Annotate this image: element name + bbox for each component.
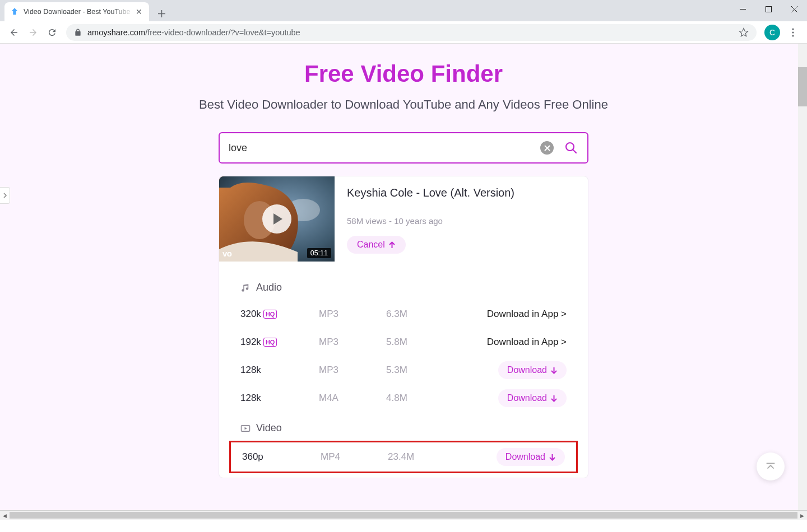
video-duration: 05:11 <box>307 248 331 258</box>
scroll-right-arrow[interactable]: ▶ <box>797 511 807 520</box>
browser-tab[interactable]: Video Downloader - Best YouTube ✕ <box>4 2 149 21</box>
format-size: 5.3M <box>386 365 498 376</box>
hq-badge: HQ <box>263 338 277 347</box>
tab-title: Video Downloader - Best YouTube <box>24 8 134 16</box>
result-card: vo 05:11 Keyshia Cole - Love (Alt. Versi… <box>219 176 588 478</box>
svg-point-3 <box>792 35 794 36</box>
hq-badge: HQ <box>263 310 277 319</box>
video-icon <box>240 423 251 433</box>
svg-point-2 <box>792 31 794 33</box>
music-note-icon <box>240 283 251 293</box>
audio-label: Audio <box>256 282 282 293</box>
forward-button[interactable] <box>24 23 43 42</box>
side-panel-toggle[interactable] <box>0 187 10 204</box>
format-size: 5.8M <box>386 337 487 348</box>
download-in-app-link[interactable]: Download in App > <box>487 337 567 347</box>
cancel-label: Cancel <box>357 240 385 250</box>
window-maximize-button[interactable] <box>755 0 781 18</box>
browser-menu-button[interactable] <box>783 23 803 42</box>
browser-toolbar: amoyshare.com/free-video-downloader/?v=l… <box>0 21 807 44</box>
window-close-button[interactable] <box>781 0 807 18</box>
play-icon[interactable] <box>262 204 291 234</box>
result-stats: 58M views - 10 years ago <box>347 216 576 226</box>
back-button[interactable] <box>4 23 24 42</box>
page-content: Free Video Finder Best Video Downloader … <box>0 44 807 520</box>
download-button[interactable]: Download <box>498 361 567 379</box>
download-in-app-link[interactable]: Download in App > <box>487 309 567 319</box>
window-minimize-button[interactable] <box>730 0 755 18</box>
vevo-badge: vo <box>222 249 232 258</box>
vertical-scrollbar-thumb[interactable] <box>798 67 807 106</box>
bookmark-star-icon[interactable] <box>739 27 749 38</box>
window-controls <box>730 0 807 18</box>
format-type: MP3 <box>319 365 386 376</box>
tab-close-button[interactable]: ✕ <box>134 7 143 16</box>
address-bar[interactable]: amoyshare.com/free-video-downloader/?v=l… <box>66 24 757 41</box>
format-size: 4.8M <box>386 393 498 404</box>
audio-format-row: 128kMP35.3MDownload <box>240 356 567 384</box>
video-thumbnail[interactable]: vo 05:11 <box>219 176 335 262</box>
result-title: Keyshia Cole - Love (Alt. Version) <box>347 186 576 199</box>
format-size: 23.4M <box>388 451 497 463</box>
format-type: MP3 <box>319 309 386 320</box>
search-input[interactable] <box>229 142 540 154</box>
scroll-left-arrow[interactable]: ◀ <box>0 511 10 520</box>
clear-search-button[interactable] <box>540 141 554 155</box>
video-format-row: 360pMP423.4MDownload <box>242 442 565 472</box>
page-title: Free Video Finder <box>0 44 807 87</box>
audio-format-row: 192kHQMP35.8MDownload in App > <box>240 328 567 356</box>
format-type: MP3 <box>319 337 386 348</box>
format-quality: 128k <box>240 365 319 376</box>
url-text: amoyshare.com/free-video-downloader/?v=l… <box>87 28 739 37</box>
video-section-header: Video <box>240 422 567 434</box>
viewport: Free Video Finder Best Video Downloader … <box>0 44 807 520</box>
reload-button[interactable] <box>43 23 62 42</box>
new-tab-button[interactable] <box>154 6 169 21</box>
svg-point-1 <box>792 28 794 30</box>
download-button[interactable]: Download <box>498 389 567 407</box>
video-label: Video <box>256 422 282 434</box>
horizontal-scrollbar[interactable]: ◀ ▶ <box>0 510 807 520</box>
search-button[interactable] <box>564 141 578 155</box>
svg-rect-0 <box>766 6 771 12</box>
vertical-scrollbar[interactable] <box>798 44 807 510</box>
audio-format-row: 128kM4A4.8MDownload <box>240 384 567 412</box>
scroll-to-top-button[interactable] <box>757 452 785 480</box>
lock-icon <box>74 29 82 36</box>
cancel-button[interactable]: Cancel <box>347 236 406 254</box>
highlighted-video-row: 360pMP423.4MDownload <box>229 441 578 473</box>
audio-section-header: Audio <box>240 282 567 293</box>
format-size: 6.3M <box>386 309 487 320</box>
favicon-icon <box>10 7 19 16</box>
format-quality: 320kHQ <box>240 309 319 320</box>
download-button[interactable]: Download <box>497 448 565 466</box>
format-quality: 128k <box>240 393 319 404</box>
arrow-up-icon <box>388 241 396 249</box>
format-type: MP4 <box>321 451 388 463</box>
format-type: M4A <box>319 393 386 404</box>
audio-format-row: 320kHQMP36.3MDownload in App > <box>240 300 567 328</box>
profile-button[interactable]: C <box>764 25 780 40</box>
horizontal-scrollbar-thumb[interactable] <box>10 512 797 519</box>
page-subtitle: Best Video Downloader to Download YouTub… <box>0 97 807 112</box>
format-quality: 192kHQ <box>240 337 319 348</box>
format-quality: 360p <box>242 451 321 463</box>
search-box <box>219 132 588 164</box>
tab-strip: Video Downloader - Best YouTube ✕ <box>0 0 807 21</box>
